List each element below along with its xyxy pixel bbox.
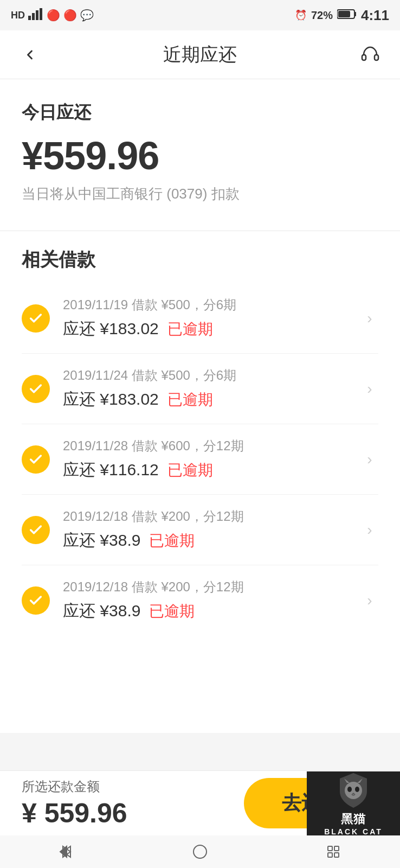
- loan-amount: 应还 ¥38.9: [63, 529, 140, 552]
- bank-info: 当日将从中国工商银行 (0379) 扣款: [22, 184, 378, 203]
- svg-rect-13: [328, 846, 332, 851]
- loan-meta: 2019/11/24 借款 ¥500，分6期: [63, 367, 361, 384]
- status-left: HD 🔴 🔴 💬: [11, 8, 94, 23]
- svg-point-20: [347, 787, 352, 792]
- loan-amount-row: 应还 ¥38.9 已逾期: [63, 529, 361, 552]
- loan-meta: 2019/11/19 借款 ¥500，分6期: [63, 296, 361, 314]
- chevron-right-icon: ›: [361, 451, 378, 468]
- cat-english-text: BLACK CAT: [324, 827, 383, 836]
- svg-rect-5: [354, 12, 356, 16]
- loan-amount: 应还 ¥116.12: [63, 459, 159, 481]
- chevron-right-icon: ›: [361, 310, 378, 327]
- loan-details: 2019/11/28 借款 ¥600，分12期 应还 ¥116.12 已逾期: [63, 437, 361, 481]
- check-circle: [22, 445, 50, 474]
- svg-rect-2: [36, 10, 38, 20]
- page-title: 近期应还: [163, 42, 237, 67]
- overdue-badge: 已逾期: [167, 390, 213, 410]
- loan-meta: 2019/12/18 借款 ¥200，分12期: [63, 508, 361, 525]
- chevron-right-icon: ›: [361, 380, 378, 398]
- svg-point-12: [193, 845, 207, 858]
- svg-point-21: [355, 787, 359, 792]
- check-circle: [22, 586, 50, 615]
- loan-details: 2019/12/18 借款 ¥200，分12期 应还 ¥38.9 已逾期: [63, 508, 361, 552]
- app-icon-2: 🔴: [63, 9, 77, 22]
- chevron-right-icon: ›: [361, 521, 378, 539]
- svg-rect-8: [375, 55, 378, 60]
- svg-rect-7: [362, 55, 366, 60]
- loan-meta: 2019/12/18 借款 ¥200，分12期: [63, 578, 361, 596]
- loan-amount: 应还 ¥183.02: [63, 318, 159, 340]
- signal-text: HD: [11, 10, 25, 21]
- app-icon-1: 🔴: [47, 9, 60, 22]
- loan-item[interactable]: 2019/11/19 借款 ¥500，分6期 应还 ¥183.02 已逾期 ›: [22, 283, 378, 354]
- recent-nav-button[interactable]: [317, 841, 350, 863]
- loan-item[interactable]: 2019/12/18 借款 ¥200，分12期 应还 ¥38.9 已逾期 ›: [22, 495, 378, 565]
- battery-icon: [337, 9, 357, 22]
- svg-point-17: [345, 782, 362, 799]
- loan-amount: 应还 ¥183.02: [63, 388, 159, 411]
- loan-details: 2019/12/18 借款 ¥200，分12期 应还 ¥38.9 已逾期: [63, 578, 361, 622]
- bottom-label: 所选还款金额: [22, 778, 127, 795]
- status-bar: HD 🔴 🔴 💬 ⏰ 72% 4:11: [0, 0, 400, 30]
- nav-bottom: [0, 835, 400, 868]
- loan-item[interactable]: 2019/11/28 借款 ¥600，分12期 应还 ¥116.12 已逾期 ›: [22, 424, 378, 495]
- svg-rect-16: [334, 853, 339, 857]
- loan-details: 2019/11/19 借款 ¥500，分6期 应还 ¥183.02 已逾期: [63, 296, 361, 340]
- back-button[interactable]: [16, 41, 43, 68]
- loan-amount-row: 应还 ¥183.02 已逾期: [63, 388, 361, 411]
- today-amount: ¥559.96: [22, 133, 378, 178]
- loan-details: 2019/11/24 借款 ¥500，分6期 应还 ¥183.02 已逾期: [63, 367, 361, 411]
- loan-amount: 应还 ¥38.9: [63, 600, 140, 622]
- check-circle: [22, 304, 50, 333]
- home-nav-button[interactable]: [184, 841, 216, 863]
- back-nav-button[interactable]: [50, 841, 83, 863]
- chevron-right-icon: ›: [361, 592, 378, 609]
- loans-section: 相关借款 2019/11/19 借款 ¥500，分6期 应还 ¥183.02 已…: [0, 231, 400, 733]
- svg-rect-0: [28, 16, 31, 20]
- bottom-amount: ¥ 559.96: [22, 797, 127, 829]
- nav-bar: 近期应还: [0, 30, 400, 79]
- status-right: ⏰ 72% 4:11: [295, 7, 389, 24]
- check-circle: [22, 375, 50, 403]
- svg-rect-15: [328, 853, 332, 857]
- loan-amount-row: 应还 ¥38.9 已逾期: [63, 600, 361, 622]
- overdue-badge: 已逾期: [149, 531, 195, 551]
- black-cat-watermark: 黑猫 BLACK CAT: [307, 771, 400, 835]
- signal-bars: [28, 8, 43, 23]
- app-icon-3: 💬: [80, 9, 94, 22]
- loan-amount-row: 应还 ¥183.02 已逾期: [63, 318, 361, 340]
- bottom-amount-section: 所选还款金额 ¥ 559.96: [22, 778, 127, 829]
- check-circle: [22, 516, 50, 544]
- headset-button[interactable]: [357, 41, 384, 68]
- loans-title: 相关借款: [22, 247, 378, 272]
- time-text: 4:11: [361, 7, 389, 24]
- overdue-badge: 已逾期: [149, 601, 195, 622]
- battery-percent: 72%: [311, 9, 333, 22]
- overdue-badge: 已逾期: [167, 460, 213, 481]
- svg-rect-14: [334, 846, 339, 851]
- loan-item[interactable]: 2019/12/18 借款 ¥200，分12期 应还 ¥38.9 已逾期 ›: [22, 565, 378, 635]
- svg-rect-3: [40, 8, 42, 20]
- loan-item[interactable]: 2019/11/24 借款 ¥500，分6期 应还 ¥183.02 已逾期 ›: [22, 354, 378, 424]
- black-cat-logo: 黑猫 BLACK CAT: [324, 771, 383, 836]
- today-section: 今日应还 ¥559.96 当日将从中国工商银行 (0379) 扣款: [0, 79, 400, 231]
- svg-rect-1: [32, 13, 35, 20]
- cat-chinese-text: 黑猫: [341, 811, 366, 827]
- svg-rect-6: [338, 11, 350, 17]
- overdue-badge: 已逾期: [167, 319, 213, 340]
- loan-amount-row: 应还 ¥116.12 已逾期: [63, 459, 361, 481]
- today-label: 今日应还: [22, 101, 378, 125]
- alarm-icon: ⏰: [295, 9, 307, 21]
- loan-meta: 2019/11/28 借款 ¥600，分12期: [63, 437, 361, 455]
